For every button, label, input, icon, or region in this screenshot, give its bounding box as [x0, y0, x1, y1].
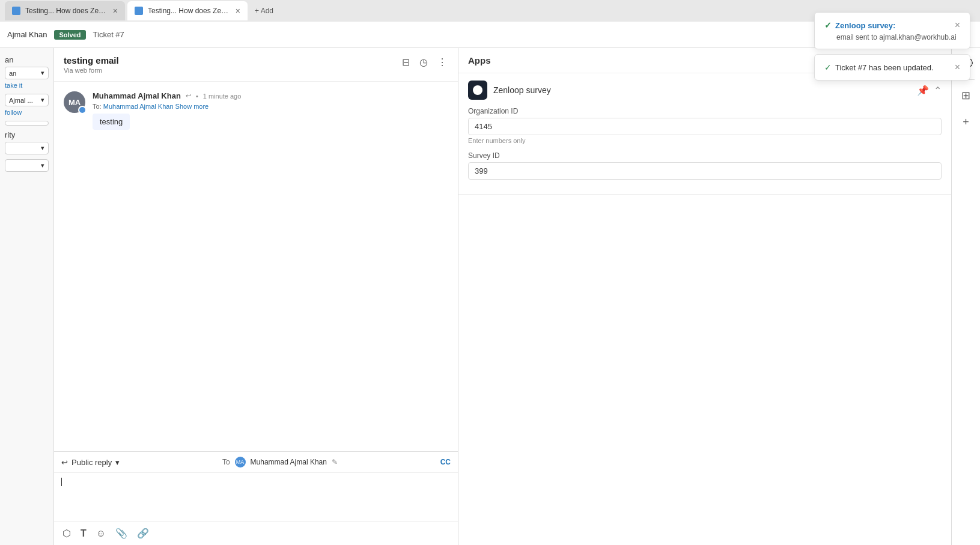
- reply-arrow-icon-2: ↩: [61, 458, 68, 467]
- to-avatar: MA: [235, 457, 246, 467]
- sidebar-assignee-value: Ajmal ...: [9, 97, 33, 104]
- toast-zenloop-body: email sent to ajmal.khan@workhub.ai: [824, 33, 960, 41]
- grid-icon-button[interactable]: ⊞: [955, 85, 977, 106]
- chevron-down-icon-3: ▾: [41, 144, 44, 152]
- sidebar-text-input[interactable]: [5, 121, 49, 126]
- solved-status-badge: Solved: [54, 30, 85, 40]
- show-more-link[interactable]: Show more: [175, 103, 209, 110]
- message-author: Muhammad Ajmal Khan: [93, 91, 181, 100]
- toast-success-icon-1: ✓: [824, 20, 832, 30]
- to-label: To:: [93, 103, 102, 110]
- edit-to-button[interactable]: ✎: [332, 458, 338, 466]
- zenloop-app-item: Zenloop survey 📌 ⌃ Organization ID Enter…: [458, 73, 951, 195]
- add-tab-label: + Add: [255, 7, 273, 15]
- cc-button[interactable]: CC: [440, 458, 451, 466]
- sidebar-input-field: [5, 121, 49, 126]
- tab1-favicon: [12, 7, 20, 15]
- tab2-favicon: [135, 7, 143, 15]
- toast-zenloop-header: ✓ Zenloop survey: ×: [824, 20, 960, 31]
- left-sidebar: an an ▾ take it Ajmal ... ▾ follow rity …: [0, 48, 54, 545]
- sidebar-priority-label: rity: [5, 130, 49, 139]
- org-id-input[interactable]: [468, 118, 942, 135]
- toast-updated-content: ✓ Ticket #7 has been updated. ×: [824, 62, 960, 73]
- reply-area: ↩ Public reply ▾ To MA Muhammad Ajmal Kh…: [54, 451, 458, 545]
- tab2-title: Testing... How does Zen... #6: [148, 7, 231, 15]
- tab1-close-icon[interactable]: ×: [113, 6, 118, 16]
- reply-input-area[interactable]: [54, 473, 458, 521]
- sidebar-user-label: an: [5, 55, 49, 64]
- browser-tab-1[interactable]: Testing... How does Zen... #6 ×: [5, 1, 125, 20]
- right-panel: Apps Zenloop survey 📌 ⌃ Organization ID …: [458, 48, 951, 545]
- org-id-field: Organization ID Enter numbers only: [468, 107, 942, 144]
- center-panel: testing email Via web form ⊟ ◷ ⋮ MA Muha…: [54, 48, 458, 545]
- follow-link[interactable]: follow: [5, 109, 49, 116]
- messages-area: MA Muhammad Ajmal Khan ↩ • 1 minute ago …: [54, 82, 458, 451]
- ticket-info: testing email Via web form: [64, 55, 119, 74]
- toast-updated-close[interactable]: ×: [955, 62, 960, 73]
- reply-type-label: Public reply: [72, 458, 112, 467]
- toast-container: ✓ Zenloop survey: × email sent to ajmal.…: [814, 12, 970, 81]
- sidebar-extra-select[interactable]: ▾: [5, 159, 49, 172]
- history-icon-button[interactable]: ◷: [418, 55, 429, 69]
- toast-zenloop-close[interactable]: ×: [955, 20, 960, 31]
- reply-type-chevron-icon: ▾: [115, 458, 120, 467]
- ticket-actions: ⊟ ◷ ⋮: [401, 55, 448, 69]
- tab2-close-icon[interactable]: ×: [236, 6, 240, 16]
- more-options-button[interactable]: ⋮: [436, 55, 448, 69]
- avatar-initials: MA: [68, 98, 81, 107]
- sidebar-priority-field: rity ▾: [5, 130, 49, 154]
- attach-button[interactable]: 📎: [114, 526, 129, 540]
- sidebar-extra-field: ▾: [5, 159, 49, 172]
- message-body: testing: [93, 114, 130, 130]
- add-icon-button[interactable]: +: [955, 111, 977, 133]
- message-to-name[interactable]: Muhammad Ajmal Khan: [103, 103, 174, 110]
- add-tab-button[interactable]: + Add: [250, 7, 278, 15]
- ticket-source: Via web form: [64, 67, 119, 74]
- reply-cursor: [61, 478, 62, 486]
- avatar-badge: [78, 106, 87, 114]
- app-name-area: Zenloop survey: [468, 81, 551, 100]
- app-item-header: Zenloop survey 📌 ⌃: [468, 81, 942, 100]
- reply-to-name: Muhammad Ajmal Khan: [251, 458, 327, 466]
- chevron-down-icon: ▾: [41, 69, 44, 77]
- take-it-link[interactable]: take it: [5, 82, 49, 89]
- chevron-down-icon-2: ▾: [41, 96, 44, 104]
- message-content: Muhammad Ajmal Khan ↩ • 1 minute ago To:…: [93, 91, 448, 130]
- icon-bar: 💬 ⊞ +: [951, 48, 980, 545]
- survey-id-label: Survey ID: [468, 151, 942, 160]
- collapse-app-button[interactable]: ⌃: [934, 85, 942, 96]
- pin-app-button[interactable]: 📌: [917, 85, 929, 96]
- reply-to-label: To: [222, 458, 230, 466]
- sidebar-user-select[interactable]: an ▾: [5, 67, 49, 79]
- sidebar-priority-select[interactable]: ▾: [5, 142, 49, 154]
- browser-tab-2[interactable]: Testing... How does Zen... #6 ×: [127, 1, 248, 20]
- main-layout: an an ▾ take it Ajmal ... ▾ follow rity …: [0, 48, 980, 545]
- sidebar-user-value: an: [9, 70, 16, 77]
- sidebar-assignee-field: Ajmal ... ▾ follow: [5, 94, 49, 116]
- toast-updated: ✓ Ticket #7 has been updated. ×: [814, 54, 970, 81]
- expand-editor-button[interactable]: ⬡: [61, 526, 72, 540]
- reply-to-area: To MA Muhammad Ajmal Khan ✎: [222, 457, 338, 467]
- zenloop-icon-inner: [473, 85, 482, 95]
- topbar-user: Ajmal Khan: [7, 30, 47, 39]
- org-id-label: Organization ID: [468, 107, 942, 115]
- public-reply-button[interactable]: ↩ Public reply ▾: [61, 458, 120, 467]
- message-item: MA Muhammad Ajmal Khan ↩ • 1 minute ago …: [64, 91, 448, 130]
- zenloop-icon: [468, 81, 487, 100]
- ticket-title: testing email: [64, 55, 119, 65]
- message-to: To: Muhammad Ajmal Khan Show more: [93, 103, 448, 110]
- reply-arrow-icon: ↩: [186, 92, 191, 100]
- filter-icon-button[interactable]: ⊟: [401, 55, 411, 69]
- link-button[interactable]: 🔗: [136, 526, 150, 540]
- toast-success-icon-2: ✓: [824, 62, 832, 72]
- reply-format-toolbar: ⬡ T ☺ 📎 🔗: [54, 521, 458, 545]
- zenloop-app-name: Zenloop survey: [493, 85, 551, 95]
- app-controls: 📌 ⌃: [917, 85, 942, 96]
- sidebar-assignee-select[interactable]: Ajmal ... ▾: [5, 94, 49, 106]
- message-time: 1 minute ago: [203, 93, 242, 100]
- text-format-button[interactable]: T: [79, 527, 88, 540]
- emoji-button[interactable]: ☺: [95, 527, 107, 540]
- survey-id-input[interactable]: [468, 162, 942, 180]
- avatar: MA: [64, 91, 85, 113]
- reply-toolbar: ↩ Public reply ▾ To MA Muhammad Ajmal Kh…: [54, 452, 458, 473]
